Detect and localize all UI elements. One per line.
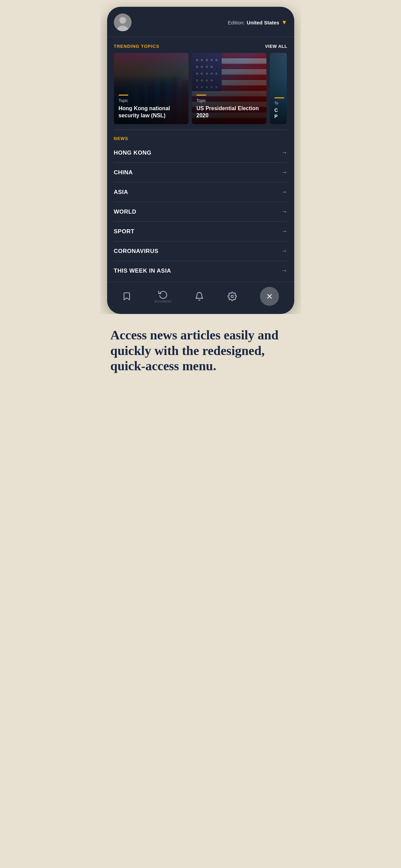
nav-history-sublabel: BUSINESS — [155, 300, 172, 303]
edition-label: Edition: — [228, 20, 245, 25]
news-item-asia[interactable]: ASIA → — [114, 182, 287, 202]
card-content-hk: Topic Hong Kong national security law (N… — [114, 90, 188, 124]
bookmark-icon — [122, 292, 132, 301]
topic-card-us[interactable]: ★ ★ ★ ★ ★ ★ ★ ★ ★ ★ ★ ★ ★ ★ ★ ★ ★ ★ ★ ★ … — [192, 53, 266, 124]
nav-settings-button[interactable] — [227, 292, 237, 301]
phone-frame: Edition: United States ▼ TRENDING TOPICS… — [107, 7, 294, 314]
edition-selector[interactable]: Edition: United States ▼ — [228, 19, 287, 26]
svg-point-1 — [119, 17, 126, 24]
arrow-icon-thisweek: → — [281, 267, 287, 274]
svg-point-31 — [231, 295, 233, 298]
news-item-sport[interactable]: SPORT → — [114, 222, 287, 241]
card-title-hk: Hong Kong national security law (NSL) — [119, 105, 184, 119]
accent-bar-us — [197, 95, 206, 96]
news-item-world[interactable]: WORLD → — [114, 202, 287, 222]
news-item-label-world: WORLD — [114, 209, 137, 215]
news-item-label-hongkong: HONG KONG — [114, 150, 152, 156]
trending-header: TRENDING TOPICS VIEW ALL — [107, 37, 294, 53]
topics-scroll: Topic Hong Kong national security law (N… — [107, 53, 294, 130]
arrow-icon-asia: → — [281, 189, 287, 196]
top-bar: Edition: United States ▼ — [107, 7, 294, 37]
news-item-label-sport: SPORT — [114, 228, 135, 235]
news-section: NEWS HONG KONG → CHINA → ASIA → WORLD → … — [107, 130, 294, 280]
avatar[interactable] — [114, 14, 132, 31]
nav-bell-button[interactable] — [195, 292, 204, 301]
promo-text: Access news articles easily and quickly … — [111, 328, 291, 374]
close-icon — [266, 293, 273, 300]
topic-card-third[interactable]: To CP — [270, 53, 287, 124]
view-all-button[interactable]: VIEW ALL — [265, 44, 287, 49]
bell-icon — [195, 292, 204, 301]
news-item-coronavirus[interactable]: CORONAVIRUS → — [114, 241, 287, 261]
arrow-icon-hongkong: → — [281, 149, 287, 156]
news-item-label-asia: ASIA — [114, 189, 128, 196]
news-item-label-thisweek: THIS WEEK IN ASIA — [114, 268, 171, 274]
close-button[interactable] — [260, 287, 279, 306]
card-label-us: Topic — [197, 98, 262, 103]
nav-history-button[interactable]: BUSINESS — [155, 290, 172, 303]
card-title-third: CP — [275, 107, 282, 119]
arrow-icon-china: → — [281, 169, 287, 176]
accent-bar-third — [275, 97, 284, 98]
history-icon — [158, 290, 168, 299]
accent-bar — [119, 95, 128, 96]
arrow-icon-coronavirus: → — [281, 248, 287, 255]
news-item-label-coronavirus: CORONAVIRUS — [114, 248, 159, 255]
news-item-china[interactable]: CHINA → — [114, 163, 287, 182]
card-content-us: Topic US Presidential Election 2020 — [192, 90, 266, 124]
card-content-third: To CP — [270, 93, 287, 124]
promo-section: Access news articles easily and quickly … — [100, 314, 301, 391]
news-item-thisweek[interactable]: THIS WEEK IN ASIA → — [114, 261, 287, 280]
bottom-nav: BUSINESS — [107, 282, 294, 311]
news-section-title: NEWS — [114, 130, 287, 143]
trending-title: TRENDING TOPICS — [114, 44, 160, 49]
edition-value: United States — [247, 20, 279, 25]
news-item-label-china: CHINA — [114, 169, 133, 176]
card-label-hk: Topic — [119, 98, 184, 103]
topic-card-hk[interactable]: Topic Hong Kong national security law (N… — [114, 53, 188, 124]
card-label-third: To — [275, 101, 282, 105]
chevron-down-icon: ▼ — [281, 19, 287, 26]
arrow-icon-world: → — [281, 208, 287, 215]
card-title-us: US Presidential Election 2020 — [197, 105, 262, 119]
nav-bookmark-button[interactable] — [122, 292, 132, 301]
news-item-hongkong[interactable]: HONG KONG → — [114, 143, 287, 163]
arrow-icon-sport: → — [281, 228, 287, 235]
settings-icon — [227, 292, 237, 301]
